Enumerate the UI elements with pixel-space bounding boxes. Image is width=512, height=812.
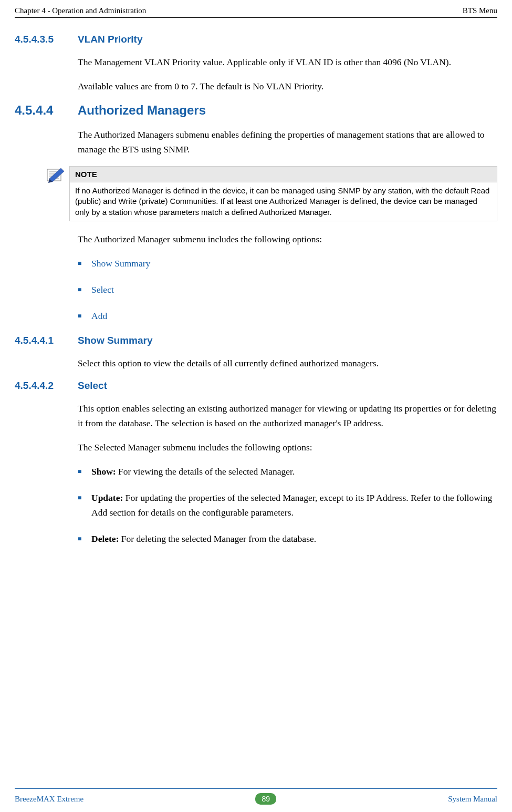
paragraph: This option enables selecting an existin… — [78, 401, 497, 430]
option-text: Delete: For deleting the selected Manage… — [91, 531, 316, 546]
section-heading: 4.5.4.4 Authorized Managers — [15, 103, 497, 118]
option-desc: For viewing the details of the selected … — [116, 466, 295, 477]
bullet-square-icon: ■ — [78, 282, 91, 297]
page-footer: BreezeMAX Extreme 89 System Manual — [0, 788, 512, 812]
header-chapter: Chapter 4 - Operation and Administration — [15, 6, 146, 15]
section-number: 4.5.4.3.5 — [15, 34, 78, 45]
option-text: Update: For updating the properties of t… — [91, 490, 497, 520]
section-title: Show Summary — [78, 335, 153, 346]
section-heading: 4.5.4.4.1 Show Summary — [15, 335, 497, 346]
option-label: Show: — [91, 466, 116, 477]
link-add[interactable]: Add — [91, 309, 107, 323]
paragraph: The Selected Manager submenu includes th… — [78, 440, 497, 455]
section-title: VLAN Priority — [78, 34, 143, 45]
option-desc: For updating the properties of the selec… — [91, 492, 492, 518]
page-content: 4.5.4.3.5 VLAN Priority The Management V… — [0, 18, 512, 546]
paragraph: Select this option to view the details o… — [78, 356, 497, 371]
bullet-square-icon: ■ — [78, 490, 91, 520]
bullet-square-icon: ■ — [78, 309, 91, 323]
footer-product: BreezeMAX Extreme — [15, 795, 83, 804]
list-item: ■ Show Summary — [78, 256, 497, 271]
section-number: 4.5.4.4.2 — [15, 380, 78, 392]
section-title: Authorized Managers — [78, 103, 206, 118]
bullet-square-icon: ■ — [78, 464, 91, 479]
section-heading: 4.5.4.3.5 VLAN Priority — [15, 34, 497, 45]
paragraph: The Authorized Managers submenu enables … — [78, 127, 497, 157]
paragraph: The Management VLAN Priority value. Appl… — [78, 55, 497, 69]
note-body: If no Authorized Manager is defined in t… — [70, 182, 497, 221]
paragraph: The Authorized Manager submenu includes … — [78, 232, 497, 246]
link-show-summary[interactable]: Show Summary — [91, 256, 150, 271]
footer-manual: System Manual — [448, 795, 497, 804]
footer-rule — [15, 788, 497, 789]
options-list: ■ Show: For viewing the details of the s… — [78, 464, 497, 546]
section-title: Select — [78, 380, 107, 392]
section-heading: 4.5.4.4.2 Select — [15, 380, 497, 392]
footer-row: BreezeMAX Extreme 89 System Manual — [15, 793, 497, 805]
list-item: ■ Update: For updating the properties of… — [78, 490, 497, 520]
list-item: ■ Delete: For deleting the selected Mana… — [78, 531, 497, 546]
bullet-square-icon: ■ — [78, 531, 91, 546]
list-item: ■ Add — [78, 309, 497, 323]
option-label: Delete: — [91, 533, 119, 544]
page-number-badge: 89 — [255, 793, 276, 805]
note-label: NOTE — [70, 167, 497, 182]
header-menu: BTS Menu — [463, 6, 497, 15]
section-number: 4.5.4.4.1 — [15, 335, 78, 346]
link-list: ■ Show Summary ■ Select ■ Add — [78, 256, 497, 323]
note-content: NOTE If no Authorized Manager is defined… — [69, 166, 497, 221]
link-select[interactable]: Select — [91, 282, 114, 297]
note-icon — [46, 167, 64, 183]
section-number: 4.5.4.4 — [15, 103, 78, 118]
paragraph: Available values are from 0 to 7. The de… — [78, 79, 497, 94]
option-text: Show: For viewing the details of the sel… — [91, 464, 295, 479]
page-header: Chapter 4 - Operation and Administration… — [0, 0, 512, 17]
option-label: Update: — [91, 492, 123, 503]
note-block: NOTE If no Authorized Manager is defined… — [46, 166, 497, 221]
note-icon-wrap — [46, 166, 69, 221]
bullet-square-icon: ■ — [78, 256, 91, 271]
list-item: ■ Show: For viewing the details of the s… — [78, 464, 497, 479]
list-item: ■ Select — [78, 282, 497, 297]
option-desc: For deleting the selected Manager from t… — [119, 533, 316, 544]
